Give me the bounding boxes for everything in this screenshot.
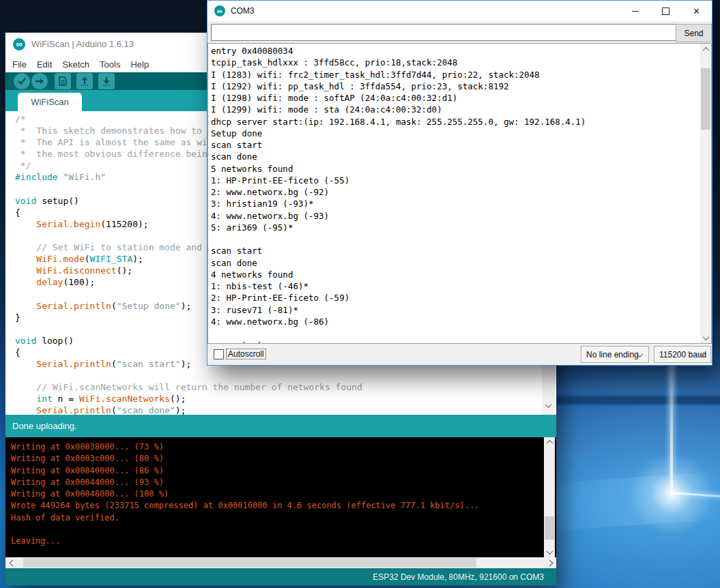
window-controls: ✕ (620, 1, 712, 21)
scroll-down-arrow-icon[interactable] (700, 332, 711, 343)
text-line: Writing at 0x00048000... (100 %) (11, 488, 556, 500)
text-line: // WiFi.scanNetworks will return the num… (15, 381, 556, 393)
build-console: Writing at 0x00038000... (73 %)Writing a… (5, 437, 556, 557)
tab-wifiscan[interactable]: WiFiScan (18, 93, 82, 111)
wallpaper-corner-glow (629, 452, 714, 536)
close-button[interactable]: ✕ (681, 1, 712, 21)
arrow-right-icon (35, 77, 44, 85)
menu-tools[interactable]: Tools (100, 59, 120, 70)
scroll-down-arrow-icon[interactable] (544, 547, 555, 557)
console-vertical-scrollbar[interactable] (544, 437, 555, 557)
text-line: I (1292) wifi: pp_task_hdl : 3ffda554, p… (211, 80, 711, 92)
text-line: 4 networks found (211, 269, 711, 280)
text-line: int n = WiFi.scanNetworks(); (15, 393, 556, 405)
autoscroll-label[interactable]: Autoscroll (227, 349, 265, 359)
text-line: Writing at 0x0003c000... (80 %) (11, 453, 556, 465)
close-icon: ✕ (693, 6, 700, 16)
text-line: 1: HP-Print-EE-ficeto (-55) (211, 175, 711, 186)
maximize-icon (662, 8, 669, 15)
arduino-logo-icon: ∞ (214, 5, 225, 16)
send-button[interactable]: Send (676, 24, 712, 42)
scroll-up-arrow-icon[interactable] (544, 437, 555, 447)
serial-monitor-bottombar: Autoscroll No line ending 115200 baud (207, 344, 712, 365)
wallpaper-dark-band (553, 394, 720, 407)
scroll-down-arrow-icon[interactable] (542, 400, 555, 411)
scroll-left-arrow-icon[interactable] (7, 557, 18, 568)
screen: { "icons": { "infinity": "∞", "close": "… (0, 0, 720, 588)
ide-window-title: WiFiScan | Arduino 1.6.13 (31, 39, 134, 49)
text-line: 5: ari369 (-95)* (211, 222, 711, 233)
text-line: 2: HP-Print-EE-ficeto (-59) (211, 292, 711, 304)
text-line: scan done (211, 151, 711, 162)
minimize-icon (632, 11, 639, 12)
verify-button[interactable] (14, 73, 30, 89)
upload-button[interactable] (31, 73, 48, 89)
serial-monitor-titlebar[interactable]: ∞ COM3 ✕ (207, 1, 712, 21)
new-sketch-button[interactable] (55, 73, 71, 89)
text-line: Writing at 0x00038000... (73 %) (11, 441, 556, 453)
text-line: 4: www.networx.bg (-93) (211, 210, 711, 222)
text-line: 4: www.networx.bg (-86) (211, 316, 711, 327)
ide-statusbar: ESP32 Dev Module, 80MHz, 921600 on COM3 (5, 568, 556, 585)
text-line: 1: nbis-test (-46)* (211, 280, 711, 292)
minimize-button[interactable] (620, 1, 650, 21)
maximize-button[interactable] (650, 1, 681, 21)
text-line: 2: www.networx.bg (-92) (211, 186, 711, 198)
text-line: 5 networks found (211, 163, 711, 175)
text-line: 3: rusev71 (-81)* (211, 304, 711, 316)
text-line: Leaving... (11, 535, 556, 547)
text-line (211, 233, 711, 245)
menu-sketch[interactable]: Sketch (62, 59, 89, 70)
upload-status-text: Done uploading. (12, 421, 77, 431)
text-line: Hash of data verified. (11, 512, 556, 524)
text-line (211, 327, 711, 339)
serial-monitor-window: ∞ COM3 ✕ Send entry 0x40080034tcpip_task… (207, 0, 712, 366)
text-line: tcpip_task_hdlxxx : 3ffd58cc, prio:18,st… (211, 57, 711, 68)
text-line (11, 524, 556, 535)
check-icon (17, 77, 27, 85)
serial-input-row: Send (207, 21, 712, 43)
text-line: scan start (211, 245, 711, 256)
text-line: I (1298) wifi: mode : softAP (24:0a:c4:0… (211, 92, 711, 104)
text-line: Writing at 0x00044000... (93 %) (11, 477, 556, 488)
text-line: entry 0x40080034 (211, 45, 711, 57)
open-sketch-button[interactable] (76, 73, 93, 89)
serial-scrollbar-thumb[interactable] (701, 68, 710, 130)
arrow-down-icon (102, 76, 111, 86)
text-line: scan start (211, 339, 711, 344)
text-line: Wrote 449264 bytes (233715 compressed) a… (11, 500, 556, 512)
horizontal-scrollbar-thumb[interactable] (23, 558, 476, 568)
text-line: scan done (211, 257, 711, 269)
serial-output-area[interactable]: entry 0x40080034tcpip_task_hdlxxx : 3ffd… (207, 43, 712, 344)
text-line: I (1283) wifi: frc2_timer_task_hdl:3ffd7… (211, 69, 711, 80)
menu-file[interactable]: File (12, 59, 27, 70)
line-ending-value: No line ending (586, 350, 639, 359)
arduino-logo-icon: ∞ (13, 38, 25, 50)
text-line: Setup done (211, 128, 711, 139)
arrow-up-icon (80, 76, 89, 86)
board-port-status: ESP32 Dev Module, 80MHz, 921600 on COM3 (373, 572, 544, 582)
text-line (15, 370, 556, 381)
text-line: Writing at 0x00040000... (86 %) (11, 465, 556, 477)
text-line: I (1299) wifi: mode : sta (24:0a:c4:00:3… (211, 104, 711, 115)
console-scrollbar-thumb[interactable] (545, 516, 554, 540)
console-horizontal-scrollbar[interactable] (5, 557, 556, 568)
menu-edit[interactable]: Edit (37, 59, 52, 70)
baud-rate-select[interactable]: 115200 baud (654, 346, 711, 363)
line-ending-select[interactable]: No line ending (581, 346, 649, 363)
autoscroll-checkbox[interactable] (214, 349, 224, 359)
upload-status-band: Done uploading. (5, 415, 556, 437)
save-sketch-button[interactable] (98, 73, 115, 89)
serial-vertical-scrollbar[interactable] (700, 44, 711, 343)
text-line: scan start (211, 139, 711, 151)
menu-help[interactable]: Help (130, 59, 149, 70)
text-line: 3: hristian19 (-93)* (211, 198, 711, 209)
scroll-right-arrow-icon[interactable] (544, 557, 555, 568)
serial-monitor-title: COM3 (231, 6, 255, 16)
text-line: dhcp server start:(ip: 192.168.4.1, mask… (211, 116, 711, 128)
document-icon (59, 76, 67, 86)
scroll-up-arrow-icon[interactable] (700, 44, 711, 55)
serial-send-input[interactable] (211, 24, 676, 41)
text-line: Serial.println("scan done"); (15, 405, 556, 415)
